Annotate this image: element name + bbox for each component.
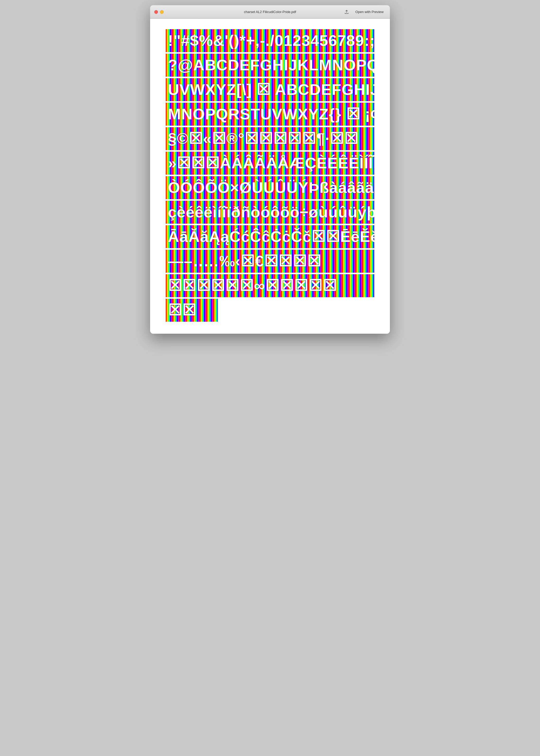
close-button[interactable] (154, 10, 158, 14)
charset-row-12: ☒☒ (166, 299, 218, 322)
charset-row-11: ☒☒☒☒☒☒∞☒☒☒☒☒ (166, 274, 374, 297)
charset-row-2: ?@ABCDEFGHIJKLMNOPQRST (166, 54, 374, 76)
traffic-lights (154, 10, 164, 14)
charset-row-4: MNOPQRSTUVWXYZ{} ☒ ¡¢£¤¥ (166, 103, 374, 126)
window-title: charset AL2 FilicudiColor-Pride.pdf (244, 10, 296, 14)
titlebar: charset AL2 FilicudiColor-Pride.pdf Open… (150, 5, 390, 19)
browser-window: charset AL2 FilicudiColor-Pride.pdf Open… (150, 5, 390, 334)
charset-row-7: ÒÓÔÕÖ×ØÙÚÛÜÝÞßàáâãäåæ (166, 176, 374, 199)
pdf-content: !"#$%&'()*+,-./0123456789:;<= ?@ABCDEFGH… (150, 19, 390, 334)
charset-row-5: §©☒«☒®°☒☒☒☒☒¶·☒☒ (166, 127, 374, 150)
open-with-preview-button[interactable]: Open with Preview (353, 9, 386, 15)
charset-row-3: UVWXYZ[\] ☒ ABCDEFGHIJK L (166, 78, 374, 101)
charset-row-9: ĀāĂăĄąĆćĈĉĊċČč☒☒ĒēĔĕĖėĘę (166, 225, 374, 248)
titlebar-actions: Open with Preview (344, 9, 386, 15)
charset-row-6: »☒☒☒ÀÁÂÃÄÅÆÇÈÉÊËÌÍÎÏÐÑ (166, 152, 374, 175)
charset-row-8: çèéêëìíîïðñòóôõö÷øùúûüýþ (166, 201, 374, 224)
charset-grid: !"#$%&'()*+,-./0123456789:;<= ?@ABCDEFGH… (166, 29, 374, 322)
charset-row-1: !"#$%&'()*+,-./0123456789:;<= (166, 29, 374, 52)
minimize-button[interactable] (160, 10, 164, 14)
charset-row-10: —–‥…‰‹☒€☒☒☒☒ (166, 250, 374, 273)
share-icon[interactable] (344, 9, 349, 15)
